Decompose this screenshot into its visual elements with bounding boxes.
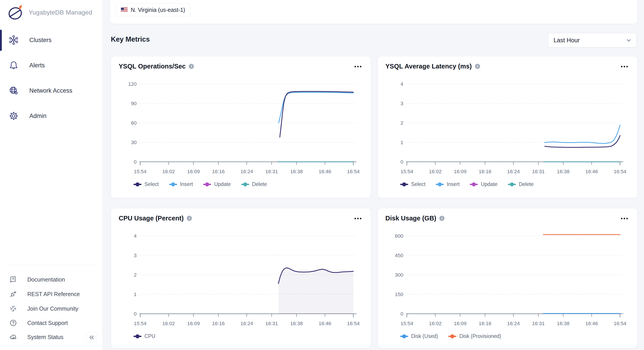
info-icon[interactable]: i bbox=[187, 216, 192, 221]
legend-label: Disk (Used) bbox=[411, 333, 438, 339]
sidebar: YugabyteDB Managed Clusters Alerts bbox=[0, 0, 103, 350]
svg-text:16:02: 16:02 bbox=[429, 169, 442, 174]
info-icon[interactable]: i bbox=[439, 216, 444, 221]
sidebar-item-label: Clusters bbox=[29, 37, 52, 44]
svg-text:16:16: 16:16 bbox=[479, 169, 491, 174]
sidebar-item-clusters[interactable]: Clusters bbox=[0, 32, 102, 48]
info-icon[interactable]: i bbox=[189, 64, 194, 69]
legend-label: Update bbox=[214, 181, 231, 187]
legend-marker-icon bbox=[203, 182, 211, 186]
chart-menu-button[interactable] bbox=[620, 216, 629, 221]
legend-marker-icon bbox=[241, 182, 249, 186]
sidebar-item-label: Network Access bbox=[29, 87, 72, 94]
region-label: N. Virginia (us-east-1) bbox=[131, 7, 185, 13]
sidebar-collapse-button[interactable] bbox=[86, 332, 97, 343]
legend-marker-icon bbox=[400, 334, 408, 338]
region-chip[interactable]: N. Virginia (us-east-1) bbox=[116, 3, 190, 16]
chart-title: YSQL Average Latency (ms) bbox=[385, 63, 472, 70]
yugabyte-logo-icon bbox=[6, 3, 24, 21]
legend-item-insert[interactable]: Insert bbox=[169, 181, 193, 187]
legend-item-update[interactable]: Update bbox=[470, 181, 497, 187]
chart-legend: Disk (Used)Disk (Provisioned) bbox=[400, 333, 501, 339]
sidebar-item-support[interactable]: Contact Support bbox=[0, 317, 102, 329]
svg-text:16:54: 16:54 bbox=[347, 169, 360, 174]
sidebar-item-documentation[interactable]: Documentation bbox=[0, 274, 102, 285]
chart-card-header: YSQL Average Latency (ms)i bbox=[385, 63, 480, 70]
globe-gear-icon bbox=[8, 85, 19, 96]
svg-text:16:09: 16:09 bbox=[454, 169, 466, 174]
us-flag-icon bbox=[121, 7, 128, 12]
info-icon[interactable]: i bbox=[475, 64, 480, 69]
svg-text:15:54: 15:54 bbox=[134, 321, 146, 326]
legend-marker-icon bbox=[169, 182, 177, 186]
svg-text:0: 0 bbox=[400, 159, 403, 165]
svg-text:16:38: 16:38 bbox=[557, 169, 570, 174]
legend-label: Update bbox=[481, 181, 497, 187]
svg-text:16:02: 16:02 bbox=[162, 321, 175, 326]
chart-legend: SelectInsertUpdateDelete bbox=[400, 181, 534, 187]
page-title: Key Metrics bbox=[111, 35, 150, 43]
chart-card-header: YSQL Operations/Seci bbox=[119, 63, 194, 70]
legend-marker-icon bbox=[470, 182, 478, 186]
sidebar-item-label: System Status bbox=[27, 334, 63, 340]
svg-text:16:16: 16:16 bbox=[212, 321, 224, 326]
app-logo[interactable]: YugabyteDB Managed bbox=[6, 3, 92, 21]
sidebar-item-admin[interactable]: Admin bbox=[0, 108, 102, 123]
svg-text:3: 3 bbox=[400, 101, 403, 106]
svg-text:16:09: 16:09 bbox=[454, 321, 466, 326]
legend-item-delete[interactable]: Delete bbox=[508, 181, 534, 187]
svg-text:16:54: 16:54 bbox=[347, 321, 360, 326]
legend-label: Select bbox=[144, 181, 159, 187]
legend-label: Select bbox=[411, 181, 426, 187]
cluster-header-panel: N. Virginia (us-east-1) bbox=[110, 0, 638, 24]
legend-item-update[interactable]: Update bbox=[203, 181, 231, 187]
svg-text:16:46: 16:46 bbox=[585, 169, 598, 174]
chart-legend: SelectInsertUpdateDelete bbox=[134, 181, 267, 187]
legend-marker-icon bbox=[134, 334, 142, 338]
svg-text:1: 1 bbox=[400, 140, 403, 145]
svg-text:16:31: 16:31 bbox=[265, 169, 278, 174]
legend-item-select[interactable]: Select bbox=[400, 181, 426, 187]
sidebar-item-rest-api[interactable]: REST API Reference bbox=[0, 288, 102, 300]
svg-text:2: 2 bbox=[400, 120, 403, 126]
svg-text:3: 3 bbox=[134, 253, 136, 258]
svg-text:16:16: 16:16 bbox=[479, 321, 491, 326]
chart-legend: CPU bbox=[134, 333, 156, 339]
legend-item-disk-provisioned[interactable]: Disk (Provisioned) bbox=[448, 333, 501, 339]
time-range-select[interactable]: Last Hour bbox=[548, 33, 636, 47]
sidebar-item-label: Admin bbox=[29, 113, 46, 119]
chart-menu-button[interactable] bbox=[620, 64, 629, 69]
svg-text:16:02: 16:02 bbox=[429, 321, 442, 326]
svg-text:120: 120 bbox=[128, 81, 136, 87]
legend-marker-icon bbox=[134, 182, 142, 186]
chart-menu-button[interactable] bbox=[353, 64, 363, 69]
chart-canvas[interactable]: 030609012015:5416:0216:0916:1616:2416:31… bbox=[111, 56, 371, 198]
svg-text:150: 150 bbox=[395, 292, 403, 297]
legend-label: Disk (Provisioned) bbox=[459, 333, 501, 339]
svg-text:16:24: 16:24 bbox=[240, 169, 253, 174]
svg-text:16:24: 16:24 bbox=[507, 321, 520, 326]
sidebar-item-network-access[interactable]: Network Access bbox=[0, 83, 102, 98]
svg-text:15:54: 15:54 bbox=[134, 169, 146, 174]
chart-card-disk-usage: Disk Usage (GB)i015030045060015:5416:021… bbox=[378, 208, 638, 348]
legend-item-delete[interactable]: Delete bbox=[241, 181, 267, 187]
clusters-icon bbox=[8, 35, 19, 45]
chart-menu-button[interactable] bbox=[353, 216, 363, 221]
gear-icon bbox=[8, 111, 19, 121]
legend-item-insert[interactable]: Insert bbox=[436, 181, 460, 187]
chart-canvas[interactable]: 0123415:5416:0216:0916:1616:2416:3116:38… bbox=[111, 208, 371, 348]
legend-label: Insert bbox=[447, 181, 460, 187]
chart-canvas[interactable]: 015030045060015:5416:0216:0916:1616:2416… bbox=[378, 208, 638, 348]
sidebar-item-alerts[interactable]: Alerts bbox=[0, 58, 102, 73]
chart-canvas[interactable]: 0123415:5416:0216:0916:1616:2416:3116:38… bbox=[378, 56, 638, 198]
svg-text:16:31: 16:31 bbox=[532, 169, 544, 174]
legend-item-disk-used[interactable]: Disk (Used) bbox=[400, 333, 438, 339]
legend-item-select[interactable]: Select bbox=[134, 181, 159, 187]
svg-text:16:38: 16:38 bbox=[290, 169, 303, 174]
chart-card-ysql-operations: YSQL Operations/Seci030609012015:5416:02… bbox=[111, 56, 371, 198]
legend-item-cpu[interactable]: CPU bbox=[134, 333, 156, 339]
question-icon bbox=[10, 319, 17, 327]
svg-text:4: 4 bbox=[400, 81, 403, 87]
sidebar-item-community[interactable]: Join Our Community bbox=[0, 303, 102, 315]
bell-icon bbox=[8, 60, 19, 71]
